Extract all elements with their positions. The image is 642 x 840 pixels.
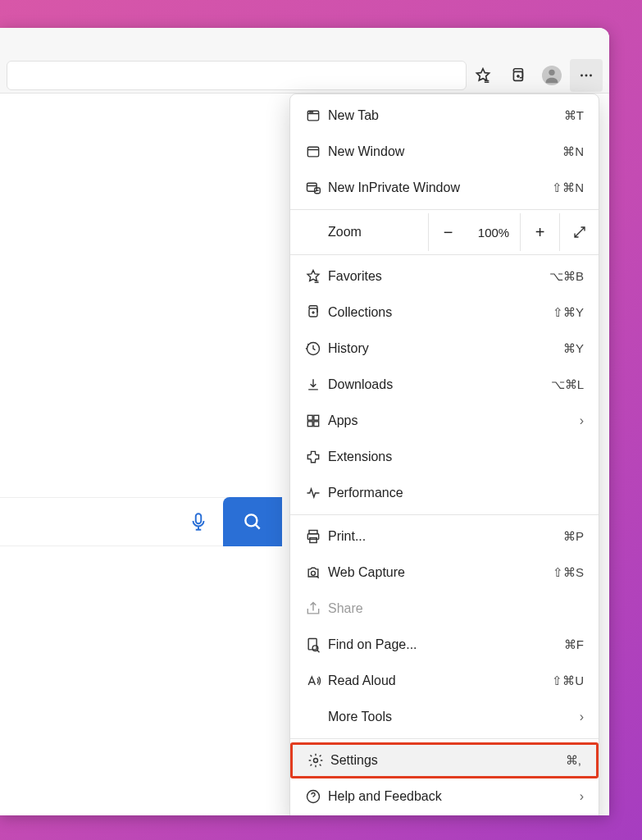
zoom-label: Zoom <box>328 225 362 240</box>
print-icon <box>305 528 328 545</box>
menu-item-share: Share <box>290 591 599 627</box>
read-aloud-icon <box>305 673 328 689</box>
zoom-out-button[interactable]: − <box>428 213 467 251</box>
microphone-icon <box>188 511 209 532</box>
menu-shortcut: ⇧⌘U <box>552 673 584 688</box>
svg-rect-13 <box>307 183 317 191</box>
menu-label: Help and Feedback <box>328 789 580 804</box>
menu-item-settings[interactable]: Settings ⌘, <box>290 742 599 778</box>
menu-label: Extensions <box>328 450 584 464</box>
menu-separator <box>290 254 599 255</box>
menu-item-favorites[interactable]: Favorites ⌥⌘B <box>290 258 599 294</box>
svg-rect-17 <box>307 415 312 420</box>
menu-shortcut: ⇧⌘N <box>552 180 584 195</box>
collections-button[interactable] <box>501 59 534 92</box>
menu-label: More Tools <box>328 710 580 724</box>
menu-item-find-on-page[interactable]: Find on Page... ⌘F <box>290 627 599 663</box>
menu-item-read-aloud[interactable]: Read Aloud ⇧⌘U <box>290 663 599 699</box>
svg-point-4 <box>585 74 588 76</box>
svg-rect-20 <box>314 422 319 427</box>
menu-label: Collections <box>328 305 553 320</box>
menu-label: Performance <box>328 486 584 500</box>
menu-item-downloads[interactable]: Downloads ⌥⌘L <box>290 367 599 403</box>
menu-item-new-window[interactable]: New Window ⌘N <box>290 134 599 170</box>
svg-point-7 <box>245 514 257 526</box>
svg-rect-6 <box>196 514 202 523</box>
menu-label: Share <box>328 601 584 616</box>
favorites-icon <box>305 268 328 285</box>
more-menu-icon <box>577 66 595 84</box>
menu-item-more-tools[interactable]: More Tools › <box>290 699 599 735</box>
apps-icon <box>305 413 328 429</box>
menu-item-collections[interactable]: Collections ⇧⌘Y <box>290 294 599 331</box>
menu-item-extensions[interactable]: Extensions <box>290 439 599 475</box>
menu-item-help-and-feedback[interactable]: Help and Feedback › <box>290 778 599 815</box>
chevron-right-icon: › <box>580 789 584 804</box>
menu-label: Downloads <box>328 377 551 392</box>
web-capture-icon <box>305 564 328 581</box>
svg-point-5 <box>590 74 592 76</box>
menu-label: Settings <box>330 753 566 768</box>
menu-item-new-tab[interactable]: New Tab ⌘T <box>290 98 599 134</box>
zoom-in-button[interactable]: + <box>520 213 559 251</box>
svg-point-2 <box>549 69 554 75</box>
svg-rect-18 <box>314 415 319 420</box>
menu-shortcut: ⌘P <box>563 529 584 544</box>
search-button[interactable] <box>223 497 282 546</box>
menu-label: Favorites <box>328 269 549 284</box>
profile-button[interactable] <box>535 59 568 92</box>
menu-label: New Window <box>328 144 562 159</box>
menu-separator <box>290 738 599 739</box>
history-icon <box>305 340 328 357</box>
menu-item-performance[interactable]: Performance <box>290 475 599 511</box>
menu-shortcut: ⌘F <box>564 637 584 652</box>
menu-label: New Tab <box>328 108 564 123</box>
help-icon <box>305 788 328 805</box>
menu-shortcut: ⌥⌘B <box>549 269 584 284</box>
settings-and-more-menu: New Tab ⌘T New Window ⌘N New InPrivate W… <box>289 94 599 815</box>
favorites-list-button[interactable] <box>467 59 499 92</box>
menu-item-apps[interactable]: Apps › <box>290 403 599 439</box>
menu-shortcut: ⌥⌘L <box>551 377 584 392</box>
browser-window: New Tab ⌘T New Window ⌘N New InPrivate W… <box>0 28 609 815</box>
menu-separator <box>290 514 599 515</box>
svg-point-9 <box>309 112 310 112</box>
menu-label: New InPrivate Window <box>328 180 552 195</box>
svg-point-27 <box>314 759 318 763</box>
more-menu-button[interactable] <box>570 59 603 92</box>
inprivate-icon <box>305 180 328 196</box>
performance-icon <box>305 485 328 501</box>
menu-item-new-inprivate-window[interactable]: New InPrivate Window ⇧⌘N <box>290 170 599 206</box>
menu-label: Web Capture <box>328 565 553 580</box>
menu-shortcut: ⇧⌘Y <box>553 305 584 320</box>
menu-label: Read Aloud <box>328 673 552 688</box>
voice-search-button[interactable] <box>174 497 223 546</box>
collections-icon <box>305 304 328 321</box>
extensions-icon <box>305 449 328 465</box>
menu-label: Find on Page... <box>328 637 564 652</box>
new-tab-icon <box>305 107 328 124</box>
chevron-right-icon: › <box>580 710 584 724</box>
fullscreen-button[interactable] <box>559 213 599 251</box>
menu-label: History <box>328 341 563 356</box>
menu-shortcut: ⌘, <box>566 753 581 768</box>
menu-item-print[interactable]: Print... ⌘P <box>290 518 599 555</box>
find-icon <box>305 637 328 653</box>
zoom-value: 100% <box>467 226 520 240</box>
svg-rect-19 <box>307 422 312 427</box>
search-icon <box>242 511 263 532</box>
svg-rect-23 <box>310 538 316 543</box>
address-bar[interactable] <box>7 61 467 90</box>
svg-rect-12 <box>307 147 318 157</box>
menu-item-web-capture[interactable]: Web Capture ⇧⌘S <box>290 555 599 591</box>
downloads-icon <box>305 377 328 393</box>
profile-avatar-icon <box>542 66 562 85</box>
tab-strip <box>0 28 609 57</box>
menu-item-history[interactable]: History ⌘Y <box>290 331 599 367</box>
settings-icon <box>307 752 330 769</box>
menu-shortcut: ⇧⌘S <box>553 565 584 580</box>
menu-separator <box>290 209 599 210</box>
svg-point-10 <box>311 112 312 112</box>
toolbar-row <box>0 57 609 94</box>
menu-shortcut: ⌘N <box>562 144 584 159</box>
